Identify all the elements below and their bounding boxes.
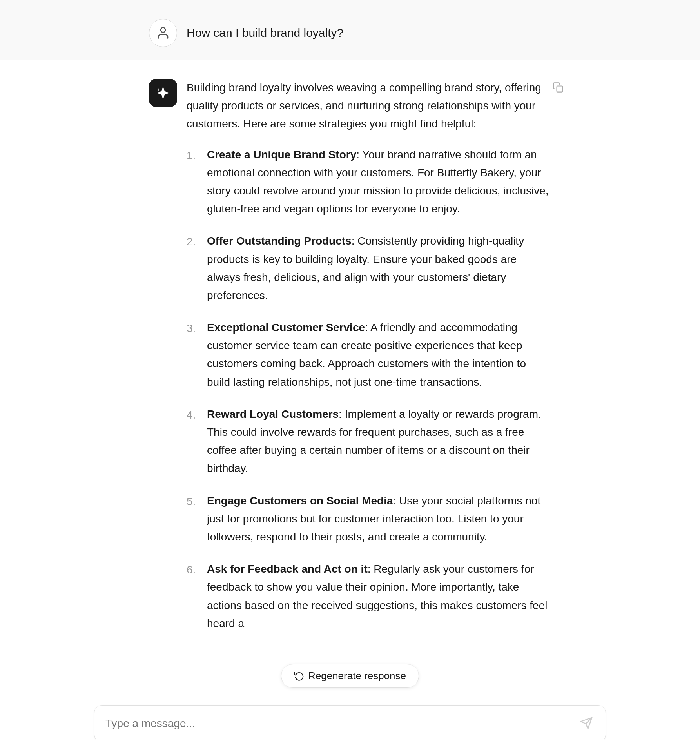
ai-response-content: Building brand loyalty involves weaving … bbox=[187, 79, 551, 647]
copy-button[interactable] bbox=[549, 79, 567, 97]
message-input[interactable] bbox=[105, 717, 572, 730]
list-content-2: Offer Outstanding Products: Consistently… bbox=[207, 232, 551, 305]
content-area: Building brand loyalty involves weaving … bbox=[0, 60, 700, 697]
regenerate-button[interactable]: Regenerate response bbox=[281, 664, 419, 688]
page-wrapper: How can I build brand loyalty? Building … bbox=[0, 0, 700, 740]
list-number-3: 3. bbox=[187, 319, 201, 391]
list-bold-1: Create a Unique Brand Story bbox=[207, 149, 356, 161]
list-content-4: Reward Loyal Customers: Implement a loya… bbox=[207, 405, 551, 478]
svg-rect-1 bbox=[557, 86, 563, 92]
svg-point-0 bbox=[161, 28, 165, 33]
list-item: 3. Exceptional Customer Service: A frien… bbox=[187, 319, 551, 391]
list-number-1: 1. bbox=[187, 146, 201, 218]
list-bold-6: Ask for Feedback and Act on it bbox=[207, 563, 368, 575]
ai-avatar bbox=[149, 79, 177, 107]
user-message-text: How can I build brand loyalty? bbox=[187, 25, 343, 41]
list-item: 1. Create a Unique Brand Story: Your bra… bbox=[187, 146, 551, 218]
list-item: 6. Ask for Feedback and Act on it: Regul… bbox=[187, 560, 551, 633]
list-bold-5: Engage Customers on Social Media bbox=[207, 495, 393, 507]
list-item: 5. Engage Customers on Social Media: Use… bbox=[187, 492, 551, 546]
list-content-6: Ask for Feedback and Act on it: Regularl… bbox=[207, 560, 551, 633]
list-number-5: 5. bbox=[187, 492, 201, 546]
list-content-3: Exceptional Customer Service: A friendly… bbox=[207, 319, 551, 391]
ai-response-container: Building brand loyalty involves weaving … bbox=[0, 60, 700, 659]
list-item: 2. Offer Outstanding Products: Consisten… bbox=[187, 232, 551, 305]
ai-intro-text: Building brand loyalty involves weaving … bbox=[187, 79, 551, 133]
list-bold-3: Exceptional Customer Service bbox=[207, 321, 365, 334]
user-message-container: How can I build brand loyalty? bbox=[0, 0, 700, 60]
input-container bbox=[94, 705, 606, 740]
list-number-4: 4. bbox=[187, 405, 201, 478]
regenerate-icon bbox=[294, 671, 304, 681]
list-number-2: 2. bbox=[187, 232, 201, 305]
input-area-wrapper bbox=[0, 697, 700, 740]
user-avatar bbox=[149, 19, 177, 47]
regenerate-container: Regenerate response bbox=[0, 659, 700, 697]
list-number-6: 6. bbox=[187, 560, 201, 633]
send-icon bbox=[580, 716, 593, 730]
ai-list: 1. Create a Unique Brand Story: Your bra… bbox=[187, 146, 551, 633]
list-item: 4. Reward Loyal Customers: Implement a l… bbox=[187, 405, 551, 478]
list-content-1: Create a Unique Brand Story: Your brand … bbox=[207, 146, 551, 218]
list-content-5: Engage Customers on Social Media: Use yo… bbox=[207, 492, 551, 546]
list-bold-4: Reward Loyal Customers bbox=[207, 408, 339, 420]
list-bold-2: Offer Outstanding Products bbox=[207, 235, 352, 247]
regenerate-label: Regenerate response bbox=[308, 670, 406, 682]
send-button[interactable] bbox=[578, 715, 595, 733]
